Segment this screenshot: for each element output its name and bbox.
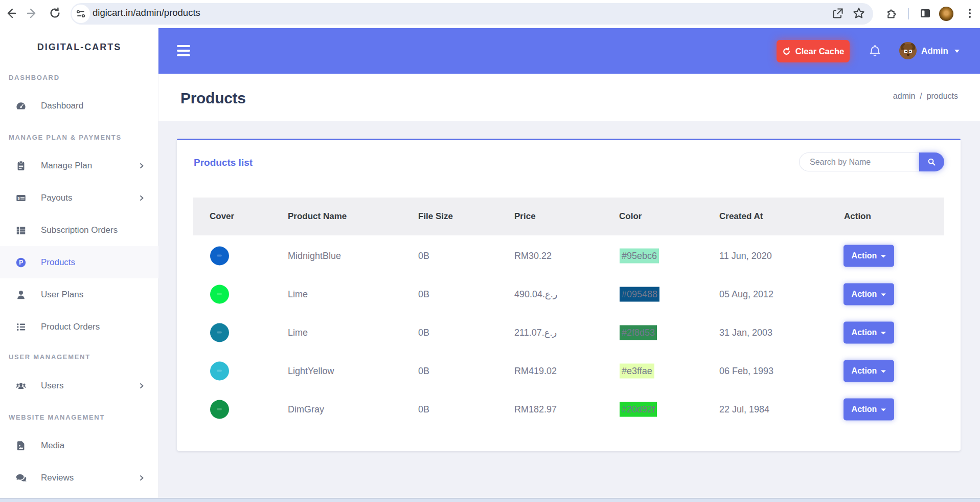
svg-text:$: $ (17, 196, 19, 201)
svg-text:P: P (19, 259, 23, 266)
